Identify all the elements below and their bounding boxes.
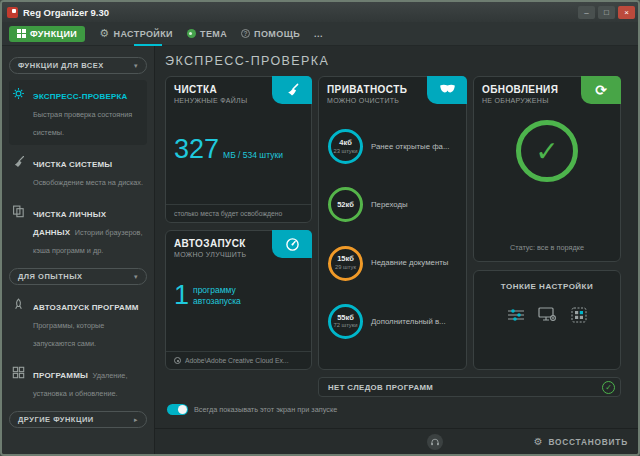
menu-functions[interactable]: ФУНКЦИИ — [9, 26, 85, 42]
sidebar-item-system-cleanup[interactable]: ЧИСТКА СИСТЕМЫ Освобождение места на дис… — [9, 148, 147, 195]
help-icon: ? — [241, 29, 250, 38]
check-icon: ✓ — [602, 381, 615, 394]
sidebar-group-other[interactable]: ДРУГИЕ ФУНКЦИИ ▸ — [9, 411, 147, 428]
sidebar-item-desc: Программы, которые запускаются сами. — [33, 321, 104, 348]
privacy-item[interactable]: 52кб Переходы — [327, 187, 458, 222]
brush-icon — [284, 82, 300, 98]
privacy-count: 72 штуки — [333, 322, 357, 329]
startup-toggle[interactable] — [167, 404, 188, 415]
chevron-down-icon: ▾ — [134, 62, 138, 70]
support-button[interactable] — [427, 434, 443, 450]
privacy-count: 23 штуки — [333, 148, 357, 155]
privacy-ring: 52кб — [328, 187, 363, 222]
sidebar-item-programs[interactable]: ПРОГРАММЫ Удаление, установка и обновлен… — [9, 359, 147, 406]
chevron-right-icon: ▸ — [134, 416, 138, 424]
cleanup-size-value: 327 — [174, 134, 219, 165]
check-icon: ✓ — [535, 135, 558, 168]
cleanup-note: столько места будет освобождено — [166, 204, 311, 222]
sidebar-item-label: ПРОГРАММЫ — [33, 371, 88, 380]
autostart-count-label: программу автозапуска — [193, 285, 267, 306]
rocket-icon — [12, 297, 26, 310]
card-subtitle: НЕНУЖНЫЕ ФАЙЛЫ — [174, 97, 266, 104]
privacy-item[interactable]: 4кб 23 штуки Ранее открытые фа... — [327, 129, 458, 164]
updates-status: Статус: все в порядке — [510, 243, 584, 254]
sidebar-item-express-check[interactable]: ЭКСПРЕСС-ПРОВЕРКА Быстрая проверка состо… — [9, 80, 147, 145]
privacy-count: 29 штук — [335, 264, 356, 271]
no-traces-bar[interactable]: НЕТ СЛЕДОВ ПРОГРАММ ✓ — [318, 377, 621, 397]
sidebar-item-private-data[interactable]: ЧИСТКА ЛИЧНЫХ ДАННЫХ Истории браузеров, … — [9, 198, 147, 263]
fine-settings-card[interactable]: ТОНКИЕ НАСТРОЙКИ — [473, 270, 621, 370]
menu-help-label: ПОМОЩЬ — [254, 29, 300, 39]
menubar: ФУНКЦИИ ⚙ НАСТРОЙКИ ТЕМА ? ПОМОЩЬ ... — [2, 22, 638, 46]
privacy-label: Ранее открытые фа... — [371, 142, 449, 151]
speedometer-icon — [284, 236, 301, 252]
monitor-gear-icon[interactable] — [538, 307, 558, 323]
startup-toggle-label: Всегда показывать этот экран при запуске — [194, 405, 337, 414]
sidebar-group-all[interactable]: ФУНКЦИИ ДЛЯ ВСЕХ ▾ — [9, 57, 147, 74]
sidebar-item-desc: Быстрая проверка состояния системы. — [33, 110, 132, 137]
no-traces-label: НЕТ СЛЕДОВ ПРОГРАММ — [328, 383, 602, 392]
gear-icon: ⚙ — [534, 437, 544, 447]
privacy-ring: 55кб 72 штуки — [328, 304, 363, 339]
privacy-size: 15кб — [337, 255, 354, 264]
chevron-down-icon: ▾ — [134, 273, 138, 281]
sidebar-item-desc: Освобождение места на дисках. — [33, 178, 143, 187]
autostart-entry-icon — [174, 357, 181, 364]
menu-theme[interactable]: ТЕМА — [187, 29, 227, 39]
startup-toggle-row: Всегда показывать этот экран при запуске — [167, 404, 337, 415]
sidebar-group-advanced-label: ДЛЯ ОПЫТНЫХ — [18, 272, 83, 281]
privacy-label: Дополнительный в... — [371, 317, 446, 326]
main-area: ЭКСПРЕСС-ПРОВЕРКА ЧИСТКА НЕНУЖНЫЕ ФАЙЛЫ … — [155, 46, 638, 454]
menu-more-label: ... — [314, 29, 323, 39]
menu-settings-label: НАСТРОЙКИ — [114, 29, 173, 39]
close-button[interactable]: × — [618, 6, 635, 19]
menu-theme-label: ТЕМА — [200, 29, 227, 39]
sidebar-item-label: АВТОЗАПУСК ПРОГРАММ — [33, 303, 139, 312]
privacy-items: 4кб 23 штуки Ранее открытые фа... 52кб П… — [327, 106, 458, 362]
privacy-badge — [427, 76, 467, 104]
autostart-count-value: 1 — [174, 280, 189, 311]
privacy-label: Недавние документы — [371, 258, 448, 267]
sidebar-item-autostart[interactable]: АВТОЗАПУСК ПРОГРАММ Программы, которые з… — [9, 291, 147, 356]
sidebar-group-advanced[interactable]: ДЛЯ ОПЫТНЫХ ▾ — [9, 268, 147, 285]
minimize-button[interactable]: – — [578, 6, 595, 19]
maximize-button[interactable]: □ — [598, 6, 615, 19]
privacy-label: Переходы — [371, 200, 408, 209]
widgets-grid-icon[interactable] — [571, 307, 587, 323]
updates-card[interactable]: ⟳ ОБНОВЛЕНИЯ НЕ ОБНАРУЖЕНЫ ✓ Статус: все… — [473, 76, 621, 262]
wrench-gear-icon — [12, 86, 26, 99]
card-subtitle: МОЖНО ОЧИСТИТЬ — [327, 97, 419, 104]
fine-settings-title: ТОНКИЕ НАСТРОЙКИ — [501, 282, 594, 291]
sliders-icon[interactable] — [507, 308, 525, 322]
menu-help[interactable]: ? ПОМОЩЬ — [241, 29, 300, 39]
page-title: ЭКСПРЕСС-ПРОВЕРКА — [165, 54, 329, 68]
privacy-card[interactable]: ПРИВАТНОСТЬ МОЖНО ОЧИСТИТЬ 4кб 23 штуки … — [318, 76, 467, 370]
app-window: Reg Organizer 9.30 – □ × ФУНКЦИИ ⚙ НАСТР… — [0, 0, 640, 456]
app-logo-icon — [7, 7, 18, 18]
privacy-item[interactable]: 55кб 72 штуки Дополнительный в... — [327, 304, 458, 339]
menu-settings[interactable]: ⚙ НАСТРОЙКИ — [99, 28, 173, 39]
apps-grid-icon — [12, 365, 26, 378]
autostart-card[interactable]: АВТОЗАПУСК МОЖНО УЛУЧШИТЬ 1 программу ав… — [165, 230, 312, 370]
cleanup-badge — [272, 76, 312, 104]
cleanup-size-units: МБ / 534 штуки — [223, 150, 283, 161]
menu-more[interactable]: ... — [314, 29, 323, 39]
privacy-size: 52кб — [337, 201, 354, 210]
titlebar: Reg Organizer 9.30 – □ × — [2, 2, 638, 22]
grid-icon — [17, 29, 26, 38]
refresh-icon: ⟳ — [595, 83, 607, 97]
restore-button-label: ВОССТАНОВИТЬ — [548, 437, 628, 447]
mask-icon — [439, 84, 456, 96]
cleanup-card[interactable]: ЧИСТКА НЕНУЖНЫЕ ФАЙЛЫ 327 МБ / 534 штуки… — [165, 76, 312, 223]
sidebar-item-label: ЧИСТКА СИСТЕМЫ — [33, 160, 112, 169]
privacy-item[interactable]: 15кб 29 штук Недавние документы — [327, 246, 458, 281]
sidebar: ФУНКЦИИ ДЛЯ ВСЕХ ▾ ЭКСПРЕСС-ПРОВЕРКА Быс… — [2, 46, 155, 454]
footer-bar: ⚙ ВОССТАНОВИТЬ — [155, 428, 638, 454]
restore-button[interactable]: ⚙ ВОССТАНОВИТЬ — [534, 437, 628, 447]
privacy-size: 4кб — [339, 139, 352, 148]
broom-icon — [12, 154, 26, 167]
window-title: Reg Organizer 9.30 — [23, 7, 575, 18]
autostart-badge — [272, 230, 312, 258]
privacy-size: 55кб — [337, 314, 354, 323]
sidebar-item-label: ЭКСПРЕСС-ПРОВЕРКА — [33, 92, 128, 101]
